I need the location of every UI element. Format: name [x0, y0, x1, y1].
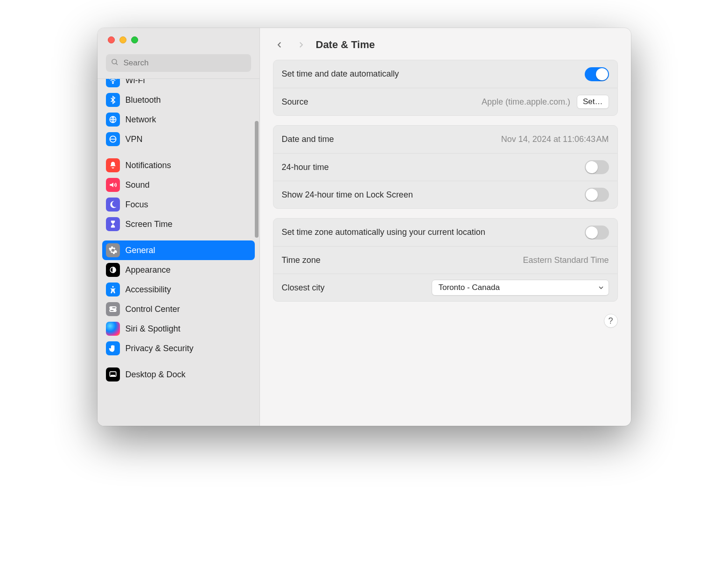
sidebar-item-focus[interactable]: Focus [102, 195, 255, 214]
sidebar-item-label: VPN [126, 134, 143, 144]
siri-icon [106, 322, 120, 336]
sidebar-item-label: Wi-Fi [126, 78, 145, 85]
appearance-icon [106, 263, 120, 277]
help-button[interactable]: ? [604, 314, 618, 328]
sidebar: Wi-Fi Bluetooth Network [98, 28, 260, 426]
window-zoom-button[interactable] [131, 36, 138, 43]
sidebar-item-label: Siri & Spotlight [126, 324, 181, 334]
sidebar-item-sound[interactable]: Sound [102, 175, 255, 195]
svg-point-9 [111, 307, 112, 309]
closest-city-value: Toronto - Canada [439, 283, 500, 292]
hourglass-icon [106, 217, 120, 231]
nav-back-button[interactable] [273, 38, 286, 51]
timezone-value: Eastern Standard Time [523, 255, 609, 265]
sidebar-item-privacy-security[interactable]: Privacy & Security [102, 339, 255, 358]
row-label: Set time and date automatically [282, 69, 399, 79]
window-close-button[interactable] [108, 36, 115, 43]
row-label: 24-hour time [282, 162, 329, 172]
network-icon [106, 113, 120, 127]
row-label: Date and time [282, 134, 334, 144]
sidebar-item-accessibility[interactable]: Accessibility [102, 280, 255, 299]
window-traffic-lights [98, 28, 259, 49]
sidebar-item-notifications[interactable]: Notifications [102, 155, 255, 175]
sidebar-item-label: Focus [126, 200, 148, 210]
datetime-value: Nov 14, 2024 at 11:06:43 AM [501, 134, 609, 144]
sidebar-item-appearance[interactable]: Appearance [102, 260, 255, 280]
bell-icon [106, 158, 120, 172]
sidebar-scroll[interactable]: Wi-Fi Bluetooth Network [98, 78, 259, 426]
moon-icon [106, 198, 120, 212]
svg-line-1 [116, 63, 118, 65]
sidebar-item-vpn[interactable]: VPN [102, 129, 255, 149]
row-label: Source [282, 97, 308, 107]
chevron-down-icon [597, 284, 605, 291]
sidebar-item-label: Network [126, 115, 156, 125]
sidebar-item-desktop-dock[interactable]: Desktop & Dock [102, 365, 255, 384]
toggle-24-hour-lock-screen[interactable] [585, 188, 609, 202]
sidebar-item-siri-spotlight[interactable]: Siri & Spotlight [102, 319, 255, 339]
bluetooth-icon [106, 93, 120, 107]
sidebar-item-screen-time[interactable]: Screen Time [102, 214, 255, 234]
sidebar-item-label: Appearance [126, 265, 171, 275]
main-panel: Date & Time Set time and date automatica… [260, 28, 631, 426]
control-center-icon [106, 302, 120, 316]
sound-icon [106, 178, 120, 192]
page-title: Date & Time [316, 39, 375, 51]
accessibility-icon [106, 282, 120, 297]
nav-forward-button[interactable] [294, 38, 308, 51]
sidebar-item-label: Bluetooth [126, 95, 161, 105]
vpn-icon [106, 132, 120, 146]
sidebar-item-bluetooth[interactable]: Bluetooth [102, 90, 255, 110]
gear-icon [106, 243, 120, 257]
sidebar-item-label: Sound [126, 180, 150, 190]
svg-point-6 [112, 286, 113, 288]
section-clock: Date and time Nov 14, 2024 at 11:06:43 A… [273, 125, 618, 209]
section-auto-time: Set time and date automatically Source A… [273, 60, 618, 116]
svg-point-2 [112, 83, 113, 84]
set-source-button[interactable]: Set… [577, 95, 609, 109]
sidebar-item-network[interactable]: Network [102, 110, 255, 129]
row-label: Closest city [282, 283, 325, 293]
desktop-dock-icon [106, 367, 120, 381]
sidebar-item-label: Privacy & Security [126, 344, 194, 353]
toggle-timezone-auto[interactable] [585, 226, 609, 240]
svg-point-0 [112, 59, 117, 64]
svg-rect-12 [111, 375, 114, 377]
toggle-set-time-auto[interactable] [585, 67, 609, 81]
source-value: Apple (time.apple.com.) [482, 97, 570, 107]
wifi-icon [106, 78, 120, 87]
sidebar-item-general[interactable]: General [102, 240, 255, 260]
hand-icon [106, 341, 120, 355]
sidebar-item-control-center[interactable]: Control Center [102, 299, 255, 319]
window-minimize-button[interactable] [119, 36, 126, 43]
sidebar-item-label: Screen Time [126, 219, 173, 229]
settings-window: Wi-Fi Bluetooth Network [98, 28, 631, 426]
sidebar-item-label: Accessibility [126, 285, 171, 295]
toggle-24-hour[interactable] [585, 160, 609, 174]
row-label: Show 24-hour time on Lock Screen [282, 190, 413, 200]
search-field[interactable] [106, 54, 251, 72]
search-input[interactable] [123, 58, 246, 68]
sidebar-item-wifi[interactable]: Wi-Fi [102, 78, 255, 90]
closest-city-select[interactable]: Toronto - Canada [432, 280, 609, 296]
chevron-right-icon [297, 41, 305, 49]
search-icon [111, 58, 119, 68]
topbar: Date & Time [260, 28, 631, 60]
sidebar-item-label: Control Center [126, 304, 180, 314]
section-timezone: Set time zone automatically using your c… [273, 218, 618, 302]
sidebar-item-label: General [126, 246, 155, 255]
row-label: Time zone [282, 255, 321, 265]
chevron-left-icon [275, 41, 284, 49]
row-label: Set time zone automatically using your c… [282, 227, 485, 237]
svg-point-10 [114, 310, 115, 311]
sidebar-item-label: Desktop & Dock [126, 370, 186, 380]
sidebar-item-label: Notifications [126, 161, 171, 170]
